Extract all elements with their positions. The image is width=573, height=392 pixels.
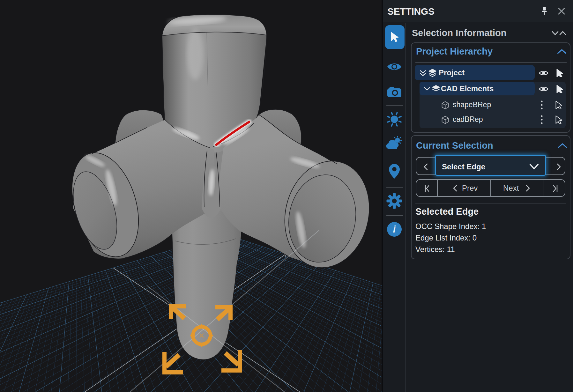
svg-text:i: i	[393, 224, 396, 234]
